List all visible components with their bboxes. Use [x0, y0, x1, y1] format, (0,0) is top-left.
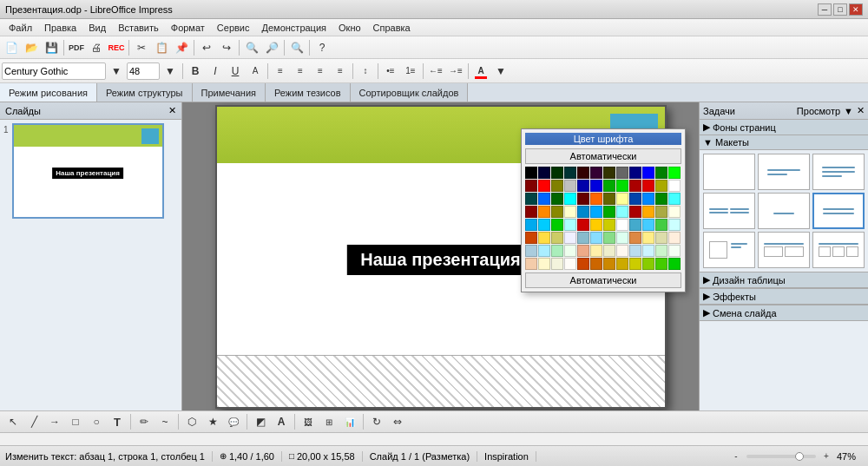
layout-blank[interactable] — [703, 154, 755, 190]
bullet-button[interactable]: •≡ — [381, 62, 400, 81]
color-cell[interactable] — [668, 193, 681, 205]
color-cell[interactable] — [616, 232, 628, 244]
menu-file[interactable]: Файл — [3, 22, 37, 34]
view-dropdown-icon[interactable]: ▼ — [844, 106, 853, 116]
color-cell[interactable] — [538, 206, 550, 218]
color-cell[interactable] — [616, 219, 628, 231]
color-cell[interactable] — [577, 193, 589, 205]
color-cell[interactable] — [603, 219, 615, 231]
color-cell[interactable] — [551, 193, 563, 205]
layout-selected[interactable] — [812, 193, 865, 229]
line-spacing-button[interactable]: ↕ — [356, 62, 375, 81]
color-cell[interactable] — [655, 245, 667, 257]
page-backgrounds-header[interactable]: ▶ Фоны страниц — [700, 120, 868, 135]
color-cell[interactable] — [551, 245, 563, 257]
layouts-header[interactable]: ▼ Макеты — [700, 135, 868, 150]
color-cell[interactable] — [538, 167, 550, 179]
font-name-input[interactable] — [2, 62, 106, 80]
select-tool-button[interactable]: ↖ — [3, 412, 23, 431]
help-button[interactable]: ? — [312, 38, 332, 57]
color-cell[interactable] — [668, 219, 681, 231]
color-cell[interactable] — [577, 167, 589, 179]
curve-tool-button[interactable]: ~ — [155, 412, 174, 431]
menu-view[interactable]: Вид — [83, 22, 111, 34]
number-button[interactable]: 1≡ — [401, 62, 420, 81]
color-cell[interactable] — [564, 167, 576, 179]
bold-button[interactable]: B — [186, 62, 205, 81]
open-button[interactable]: 📂 — [22, 38, 41, 57]
menu-window[interactable]: Окно — [333, 22, 366, 34]
color-cell[interactable] — [629, 232, 641, 244]
layout-two-col[interactable] — [703, 193, 755, 229]
redo-button[interactable]: ↪ — [217, 38, 236, 57]
color-cell[interactable] — [642, 193, 654, 205]
star-tool-button[interactable]: ★ — [203, 412, 222, 431]
paste-button[interactable]: 📌 — [172, 38, 191, 57]
color-cell[interactable] — [564, 258, 576, 270]
menu-tools[interactable]: Сервис — [212, 22, 255, 34]
fontwork-tool-button[interactable]: A — [272, 412, 291, 431]
color-cell[interactable] — [590, 245, 602, 257]
align-left-button[interactable]: ≡ — [271, 62, 290, 81]
slides-panel-close[interactable]: ✕ — [168, 105, 176, 116]
copy-button[interactable]: 📋 — [152, 38, 171, 57]
color-cell[interactable] — [564, 219, 576, 231]
layout-7[interactable] — [703, 232, 755, 268]
rotate-button[interactable]: ↻ — [367, 412, 386, 431]
slide-thumbnail[interactable]: Наша презентация — [12, 123, 164, 219]
color-cell[interactable] — [655, 193, 667, 205]
color-cell[interactable] — [603, 167, 615, 179]
color-cell[interactable] — [655, 206, 667, 218]
color-cell[interactable] — [655, 180, 667, 192]
color-cell[interactable] — [642, 258, 654, 270]
color-cell[interactable] — [538, 245, 550, 257]
find-button[interactable]: 🔍 — [287, 38, 306, 57]
color-cell[interactable] — [668, 232, 681, 244]
color-cell[interactable] — [590, 258, 602, 270]
color-cell[interactable] — [525, 167, 537, 179]
character-color-button[interactable]: A — [471, 62, 490, 81]
arrow-tool-button[interactable]: → — [45, 412, 64, 431]
color-cell[interactable] — [668, 245, 681, 257]
layout-9[interactable] — [812, 232, 865, 268]
color-cell[interactable] — [551, 219, 563, 231]
color-cell[interactable] — [538, 232, 550, 244]
menu-edit[interactable]: Правка — [39, 22, 82, 34]
ellipse-tool-button[interactable]: ○ — [87, 412, 106, 431]
insert-image-button[interactable]: 🖼 — [299, 412, 318, 431]
color-cell[interactable] — [616, 193, 628, 205]
tab-slide-sorter[interactable]: Сортировщик слайдов — [351, 83, 469, 102]
slide-canvas-area[interactable]: Наша презентация Цвет шрифта Автоматичес… — [182, 102, 699, 410]
menu-help[interactable]: Справка — [368, 22, 416, 34]
color-cell[interactable] — [564, 180, 576, 192]
menu-insert[interactable]: Вставить — [113, 22, 164, 34]
font-color-dropdown[interactable]: ▼ — [491, 62, 510, 81]
menu-format[interactable]: Формат — [166, 22, 210, 34]
color-cell[interactable] — [603, 206, 615, 218]
color-cell[interactable] — [590, 193, 602, 205]
tasks-panel-close[interactable]: ✕ — [857, 105, 865, 116]
color-cell[interactable] — [577, 232, 589, 244]
cut-button[interactable]: ✂ — [132, 38, 151, 57]
tasks-panel-view[interactable]: Просмотр — [797, 106, 840, 116]
font-size-dropdown[interactable]: ▼ — [161, 62, 180, 81]
color-cell[interactable] — [642, 206, 654, 218]
color-cell[interactable] — [551, 167, 563, 179]
color-cell[interactable] — [577, 219, 589, 231]
layout-centered[interactable] — [758, 193, 810, 229]
font-name-dropdown[interactable]: ▼ — [107, 62, 126, 81]
color-cell[interactable] — [642, 167, 654, 179]
color-cell[interactable] — [603, 245, 615, 257]
effects-header[interactable]: ▶ Эффекты — [700, 288, 868, 305]
color-cell[interactable] — [538, 180, 550, 192]
color-cell[interactable] — [655, 219, 667, 231]
align-center-button[interactable]: ≡ — [291, 62, 310, 81]
color-cell[interactable] — [629, 206, 641, 218]
color-cell[interactable] — [538, 219, 550, 231]
color-cell[interactable] — [668, 167, 681, 179]
color-cell[interactable] — [642, 180, 654, 192]
color-cell[interactable] — [616, 206, 628, 218]
auto-color-bottom-button[interactable]: Автоматически — [525, 272, 681, 288]
color-cell[interactable] — [551, 206, 563, 218]
color-cell[interactable] — [629, 193, 641, 205]
